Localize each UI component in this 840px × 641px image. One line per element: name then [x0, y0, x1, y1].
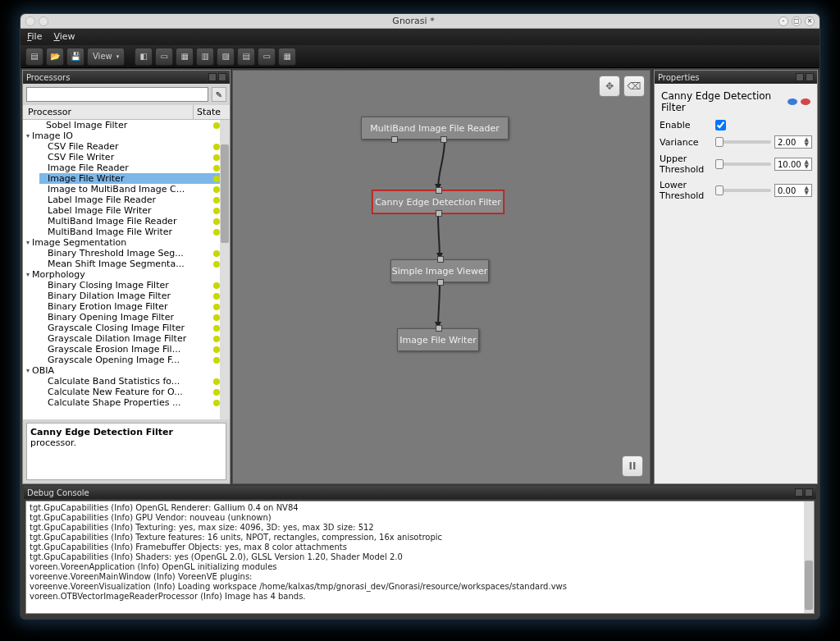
window-title: Gnorasi *	[48, 16, 778, 26]
toolbar-btn[interactable]: ▦	[278, 48, 296, 66]
tree-item[interactable]: Image to MultiBand Image C...	[39, 184, 220, 195]
tree-item[interactable]: Grayscale Closing Image Filter	[39, 323, 220, 333]
close-panel-icon[interactable]	[806, 73, 814, 81]
property-slider[interactable]	[715, 189, 771, 192]
tree-item[interactable]: CSV File Writer	[39, 152, 220, 163]
toolbar-btn[interactable]: ▨	[217, 48, 235, 66]
console-line: voreen.VoreenApplication (Info) OpenGL i…	[30, 562, 810, 572]
tree-group[interactable]: OBIA	[26, 365, 220, 376]
property-spinbox[interactable]: 0.00▲▼	[774, 184, 812, 197]
tree-item[interactable]: Binary Erotion Image Filter	[39, 301, 220, 312]
toolbar-btn[interactable]: ▦	[176, 48, 194, 66]
console-line: voreenve.VoreenMainWindow (Info) VoreenV…	[30, 572, 810, 582]
console-line: tgt.GpuCapabilities (Info) Texture featu…	[30, 533, 810, 543]
graph-canvas[interactable]: ✥ ⌫ II MultiBand Image File ReaderCanny …	[232, 70, 651, 484]
undock-icon[interactable]	[795, 488, 803, 497]
tree-item[interactable]: Binary Threshold Image Seg...	[39, 248, 220, 259]
console-output[interactable]: tgt.GpuCapabilities (Info) OpenGL Render…	[25, 501, 815, 614]
toolbar-btn[interactable]: ▤	[237, 48, 255, 66]
toolbar-save-icon[interactable]: 💾	[66, 48, 84, 66]
node-port[interactable]	[437, 256, 444, 263]
tree-group[interactable]: Morphology	[26, 269, 220, 280]
tree-group[interactable]: Image Segmentation	[26, 237, 220, 248]
tree-item[interactable]: Mean Shift Image Segmenta...	[39, 259, 220, 269]
toolbar-view-button[interactable]: View▾	[87, 48, 125, 66]
property-checkbox[interactable]	[715, 120, 726, 130]
filter-icon[interactable]: ✎	[212, 87, 226, 102]
graph-node[interactable]: MultiBand Image File Reader	[361, 117, 509, 140]
graph-node[interactable]: Canny Edge Detection Filter	[372, 190, 504, 213]
node-port[interactable]	[437, 279, 444, 286]
debug-console-panel: Debug Console tgt.GpuCapabilities (Info)…	[24, 486, 816, 616]
eraser-icon[interactable]: ⌫	[623, 76, 645, 97]
tree-item[interactable]: Label Image File Reader	[39, 195, 220, 205]
processor-search-input[interactable]	[26, 87, 208, 102]
tree-header-processor[interactable]: Processor	[23, 105, 194, 119]
toolbar-btn[interactable]: ▭	[258, 48, 276, 66]
property-slider[interactable]	[715, 140, 771, 144]
tree-scrollbar[interactable]	[220, 120, 230, 419]
menu-view[interactable]: View	[53, 31, 75, 43]
tree-item[interactable]: CSV File Reader	[39, 141, 220, 152]
property-spinbox[interactable]: 2.00▲▼	[774, 135, 812, 149]
description-body: processor.	[30, 437, 76, 448]
tree-group[interactable]: Image IO	[26, 130, 220, 141]
tree-item[interactable]: Image File Writer	[39, 173, 220, 184]
menu-file[interactable]: File	[27, 31, 42, 43]
processors-title: Processors	[26, 73, 70, 82]
toolbar-open-icon[interactable]: 📂	[46, 48, 64, 66]
pause-button[interactable]: II	[622, 456, 643, 477]
console-title: Debug Console	[27, 488, 89, 497]
property-label: Lower Threshold	[660, 180, 712, 201]
tree-item[interactable]: Binary Closing Image Filter	[39, 280, 220, 291]
properties-panel: Properties Canny Edge Detection Filter E…	[654, 70, 818, 484]
toolbar-new-icon[interactable]: ▤	[25, 48, 43, 66]
undock-icon[interactable]	[796, 73, 804, 81]
eye-icon[interactable]	[788, 98, 797, 105]
node-port[interactable]	[391, 136, 398, 143]
maximize-button[interactable]: ▢	[792, 16, 801, 26]
tree-item[interactable]: MultiBand Image File Reader	[39, 216, 220, 227]
processors-panel: Processors ✎ Processor State Sobel Image…	[22, 70, 231, 484]
property-row: Enable	[660, 120, 812, 130]
tree-item[interactable]: Grayscale Dilation Image Filter	[39, 333, 220, 344]
property-spinbox[interactable]: 10.00▲▼	[774, 158, 812, 171]
tree-item[interactable]: Calculate New Feature for O...	[39, 387, 220, 397]
pan-icon[interactable]: ✥	[599, 76, 620, 97]
tree-item[interactable]: Calculate Shape Properties ...	[39, 397, 220, 408]
sys-icon	[39, 16, 48, 26]
minimize-button[interactable]: ‐	[778, 16, 788, 26]
tree-item[interactable]: Sobel Image Filter	[26, 120, 220, 130]
console-scrollbar[interactable]	[804, 501, 814, 613]
property-label: Variance	[660, 137, 712, 148]
property-row: Upper Threshold10.00▲▼	[660, 153, 812, 175]
toolbar-btn[interactable]: ▥	[196, 48, 214, 66]
graph-node[interactable]: Simple Image Viewer	[390, 259, 489, 282]
undock-icon[interactable]	[208, 73, 217, 81]
processor-description: Canny Edge Detection Filter processor.	[26, 423, 226, 480]
node-port[interactable]	[436, 187, 442, 194]
property-slider[interactable]	[715, 163, 771, 166]
tree-item[interactable]: Calculate Band Statistics fo...	[39, 376, 220, 387]
tree-item[interactable]: Binary Dilation Image Filter	[39, 291, 220, 301]
close-panel-icon[interactable]	[218, 73, 226, 81]
tree-header-state[interactable]: State	[194, 105, 230, 119]
node-port[interactable]	[436, 325, 442, 332]
tree-item[interactable]: Image File Reader	[39, 163, 220, 173]
graph-node[interactable]: Image File Writer	[397, 328, 479, 351]
tree-item[interactable]: Binary Opening Image Filter	[39, 312, 220, 323]
node-port[interactable]	[441, 136, 447, 143]
close-panel-icon[interactable]	[805, 488, 813, 497]
tree-item[interactable]: Label Image File Writer	[39, 205, 220, 216]
properties-processor-name: Canny Edge Detection Filter	[661, 90, 788, 113]
tree-item[interactable]: Grayscale Erosion Image Fil...	[39, 344, 220, 355]
close-button[interactable]: ×	[805, 16, 815, 26]
tree-item[interactable]: Grayscale Opening Image F...	[39, 355, 220, 365]
processor-tree[interactable]: Sobel Image FilterImage IOCSV File Reade…	[23, 120, 220, 419]
eye-icon[interactable]	[801, 98, 810, 105]
tree-item[interactable]: MultiBand Image File Writer	[39, 227, 220, 237]
toolbar-btn[interactable]: ◧	[135, 48, 153, 66]
toolbar-btn[interactable]: ▭	[155, 48, 173, 66]
node-port[interactable]	[436, 210, 442, 217]
property-label: Enable	[660, 120, 712, 130]
